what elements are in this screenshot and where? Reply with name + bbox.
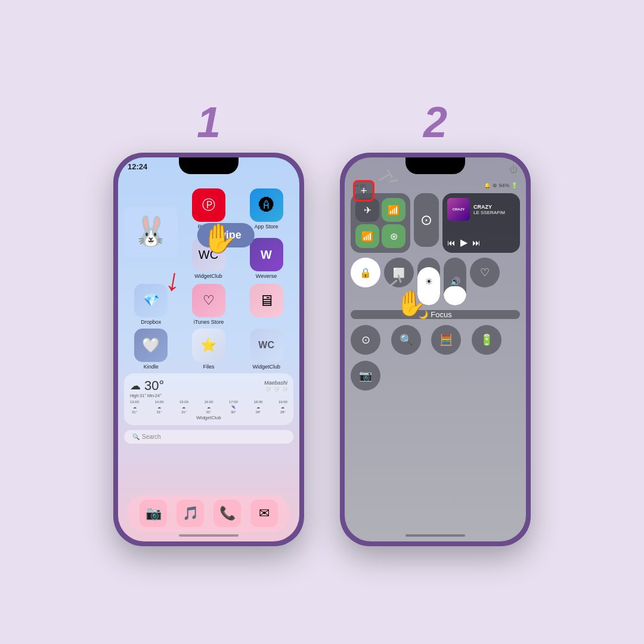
phone1: 12:24 Swipe ✋ ↓ 🐰 [113,153,304,546]
phone2-notch [405,157,465,174]
phone1-notch [179,157,239,174]
lock-icon: 🔒 [360,267,371,278]
bunny-widget: 🐰 [124,206,178,257]
music-info: CRAZY LE SSERAFIM [473,204,505,215]
hand-cursor-cc: ✋ [395,289,426,318]
weather-widgetclub-label: WidgetClub [130,415,287,420]
search-placeholder: Search [142,434,161,440]
music-artist: LE SSERAFIM [473,210,505,215]
weverse-label: Weverse [256,273,277,279]
battery-btn[interactable]: 🔋 [472,325,501,355]
app-files[interactable]: ⭐ Files [182,329,236,370]
volume-fill [444,286,466,305]
phone2: ⏻ + ✋ ▪▪▪ pc [340,153,531,546]
app-kindle[interactable]: 🤍 Kindle [124,329,178,370]
dock-music[interactable]: 🎵 [177,500,204,527]
dock-camera[interactable]: 📷 [140,500,167,527]
app-appstore[interactable]: 🅐 App Store [239,188,293,230]
torch-btn[interactable]: ⊙ [351,325,380,355]
cc-connectivity-block: ✈ 📶 📶 ⊛ [351,193,410,253]
wifi-btn[interactable]: 📶 [355,224,379,248]
step1-number: 1 [197,98,221,147]
pc-icon: 🖥 [250,284,283,317]
music-controls: ⏮ ▶ ⏭ [447,237,515,248]
app-pc[interactable]: 🖥 [239,284,293,325]
power-icon: ⏻ [509,165,518,174]
phone1-screen: 12:24 Swipe ✋ ↓ 🐰 [118,157,299,541]
focus-btn[interactable]: 🌙 Focus [351,310,520,319]
files-label: Files [203,364,214,370]
cellular-btn[interactable]: 📶 [382,198,405,222]
phone1-dock: 📷 🎵 📞 ✉ [128,495,290,532]
widgetclub2-icon: WC [250,329,283,362]
step1-wrapper: 1 12:24 Swipe ✋ ↓ [113,98,304,546]
itunes-icon: ♡ [192,284,225,317]
search-bar[interactable]: 🔍 Search [124,430,293,444]
files-icon: ⭐ [192,329,225,362]
prev-icon[interactable]: ⏮ [447,238,456,247]
appstore-icon: 🅐 [250,188,283,222]
spacer [512,325,520,355]
rotation-lock-btn[interactable]: 🔒 [351,258,380,287]
focus-label: Focus [431,310,451,319]
weather-hourly: 13:00☁31° 14:00☁31° 15:00☁31° 16:00☁31° … [130,400,287,414]
dock-phone[interactable]: 📞 [213,500,241,527]
camera-btn[interactable]: 📷 [351,361,380,391]
volume-icon: 🔊 [450,277,460,286]
cloud-icon: ☁ [130,379,141,392]
weverse-icon: W [250,238,283,271]
step2-wrapper: 2 ⏻ + ✋ [340,98,531,546]
appstore-label: App Store [254,224,278,230]
phone1-content: 🐰 Ⓟ Pinterest [118,157,299,541]
zoom-btn[interactable]: 🔍 [391,325,421,355]
album-art: CRAZY [447,198,470,221]
airdrop-tile[interactable]: ⊙ [414,193,439,247]
weather-widget: ☁ 30° Maebashi 🤍🤍🤍 [124,373,293,425]
pinterest-icon: Ⓟ [192,188,225,222]
search-icon: 🔍 [132,434,140,440]
dock-mail[interactable]: ✉ [250,500,278,527]
volume-slider[interactable]: 🔊 [444,258,466,305]
widgetclub-label: WidgetClub [194,273,222,279]
app-row3: 🤍 Kindle ⭐ Files WC WidgetClub [124,329,293,370]
hearts-row: 🤍🤍🤍 [264,387,287,392]
phone1-home-bar [179,534,239,537]
dropbox-icon: 💎 [134,284,168,317]
kindle-icon: 🤍 [134,329,168,362]
cc-row2: 🔒 ⬜ ☀ [351,258,520,305]
battery-status: 🔔 ⊕ 94% 🔋 [484,182,518,188]
airdrop-icon: ⊙ [420,212,432,228]
dropbox-label: Dropbox [141,319,161,325]
phone2-home-bar [405,534,465,537]
music-title: CRAZY [473,204,505,210]
phone1-status-time: 12:24 [128,162,147,171]
cc-status-bar: ▪▪▪ pc 🔔 ⊕ 94% 🔋 [351,182,520,188]
itunes-label: iTunes Store [194,319,224,325]
phone1-inner: 12:24 Swipe ✋ ↓ 🐰 [118,157,299,541]
airplane-btn[interactable]: ✈ [355,198,379,222]
widgetclub2-label: WidgetClub [252,364,280,370]
favorite-btn[interactable]: ♡ [470,258,500,287]
calculator-btn[interactable]: 🧮 [431,325,461,355]
hand-cursor-swipe: ✋ [202,222,237,255]
step2-number: 2 [423,98,447,147]
main-container: 1 12:24 Swipe ✋ ↓ [0,0,644,644]
phone2-inner: ⏻ + ✋ ▪▪▪ pc [345,157,526,541]
next-icon[interactable]: ⏭ [472,238,481,247]
screen-mirror-btn[interactable]: ⬜ [384,258,414,287]
phone2-screen: ⏻ + ✋ ▪▪▪ pc [345,157,526,541]
app-widgetclub2[interactable]: WC WidgetClub [239,329,293,370]
cc-icons-row1: ⊙ 🔍 🧮 🔋 [351,325,520,355]
app-itunes[interactable]: ♡ iTunes Store [182,284,236,325]
add-widget-button[interactable]: + [353,180,374,202]
weather-details: High:31° Min:24° [130,394,287,398]
weather-city: Maebashi [264,380,287,386]
heart-icon: ♡ [480,266,490,279]
play-icon[interactable]: ▶ [460,237,467,248]
music-tile[interactable]: CRAZY CRAZY LE SSERAFIM ⏮ ▶ [442,193,520,253]
weather-temp: 30° [144,378,164,394]
brightness-icon: ☀ [425,277,433,286]
cc-icons-row2: 📷 [351,361,520,391]
app-row2: 💎 Dropbox ♡ iTunes Store 🖥 [124,284,293,325]
bluetooth-btn[interactable]: ⊛ [382,224,405,248]
